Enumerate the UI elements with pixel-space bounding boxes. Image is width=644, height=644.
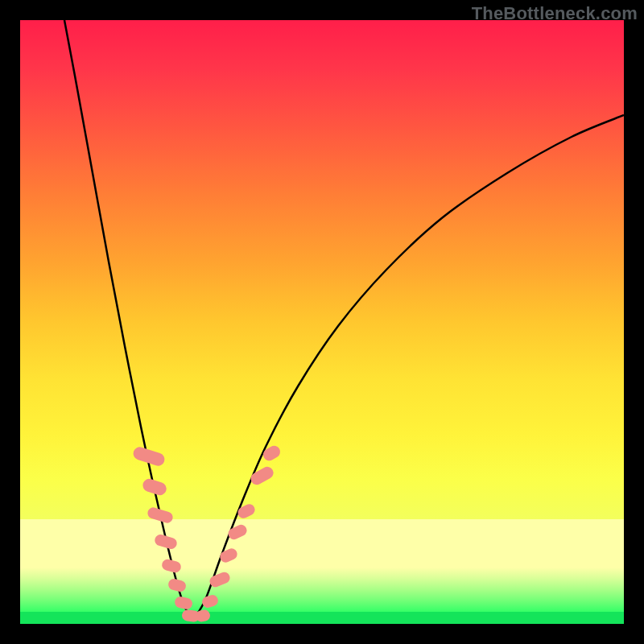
frame: TheBottleneck.com bbox=[0, 0, 644, 644]
curve-left-path bbox=[64, 20, 193, 620]
watermark-text: TheBottleneck.com bbox=[472, 3, 638, 24]
curve-right-path bbox=[193, 115, 624, 620]
curve-layer bbox=[20, 20, 624, 624]
plot-area bbox=[20, 20, 624, 624]
